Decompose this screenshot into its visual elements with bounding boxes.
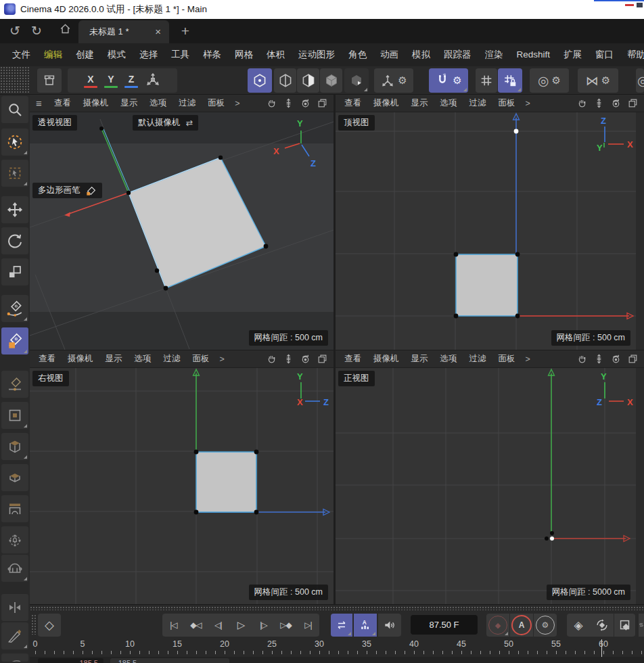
viewport-menu-item-4[interactable]: 过滤 <box>463 97 492 109</box>
range-start-field[interactable]: -185.5 <box>38 658 104 663</box>
autokey-toggle-button[interactable]: A <box>510 614 533 637</box>
zoom-icon[interactable] <box>283 353 294 365</box>
mode-model-button[interactable] <box>320 68 342 93</box>
rectangle-selection-tool-button[interactable] <box>1 160 28 187</box>
viewport-menu-item-1[interactable]: 摄像机 <box>77 97 115 109</box>
new-tab-button[interactable]: + <box>177 23 193 39</box>
next-key-button[interactable]: ▷◆ <box>275 614 297 637</box>
edge-pen-tool-button[interactable] <box>1 371 28 398</box>
previous-frame-button[interactable]: ◁| <box>207 614 229 637</box>
document-tab[interactable]: 未标题 1 * × <box>78 20 169 43</box>
rotate-tool-button[interactable] <box>1 227 28 254</box>
mode-points-button[interactable] <box>248 68 272 93</box>
viewport-menu-item-0[interactable]: 查看 <box>338 353 367 365</box>
menu-item-12[interactable]: 模拟 <box>405 43 437 66</box>
symmetry-gear-icon[interactable]: ⚙ <box>601 74 610 87</box>
magnet-cage-tool-button[interactable] <box>1 526 28 553</box>
axis-modify-group[interactable]: ⚙ <box>374 68 413 93</box>
viewport-menu-item-3[interactable]: 选项 <box>434 97 463 109</box>
key-rotation-button[interactable] <box>590 614 614 637</box>
viewport-menu-item-2[interactable]: 显示 <box>405 97 434 109</box>
viewport-perspective-canvas[interactable]: Y X Z 透视视图 默认摄像机 ⇄ 多边形画笔 网格间距 : 500 cm <box>30 112 334 350</box>
play-button[interactable]: ▷ <box>229 614 252 637</box>
camera-swap-icon[interactable]: ⇄ <box>186 118 193 128</box>
maximize-viewport-icon[interactable] <box>317 97 328 109</box>
clipped-anim-button[interactable] <box>639 614 644 637</box>
viewport-menu-item-2[interactable]: 显示 <box>114 97 143 109</box>
viewport-front-canvas[interactable]: Y Z X 正视图 网格间距 : 5000 cm <box>336 368 636 604</box>
viewport-menu-item-1[interactable]: 摄像机 <box>367 353 405 365</box>
viewport-menu-chevron[interactable]: > <box>522 355 534 364</box>
orbit-icon[interactable] <box>300 97 311 109</box>
axis-lock-x[interactable]: X <box>84 74 97 88</box>
menu-item-16[interactable]: 扩展 <box>557 43 589 66</box>
spline-pen-tool-button[interactable] <box>1 295 28 322</box>
sound-button[interactable] <box>378 614 401 637</box>
search-tool-button[interactable] <box>1 96 28 123</box>
record-keyframe-button[interactable]: ◆ <box>486 614 509 637</box>
timeline-ruler[interactable]: 05101520253035404550556065 <box>30 639 644 657</box>
menu-item-7[interactable]: 网格 <box>228 43 260 66</box>
knife-tool-button[interactable] <box>1 622 28 649</box>
viewport-menu-item-0[interactable]: 查看 <box>32 353 62 365</box>
undo-icon[interactable]: ↺ <box>7 23 23 39</box>
previous-key-button[interactable]: ◆◁ <box>185 614 207 637</box>
target-circles-icon[interactable]: ◎ <box>538 73 549 89</box>
pan-hand-icon[interactable] <box>576 353 588 365</box>
menu-item-1[interactable]: 编辑 <box>37 43 69 66</box>
pan-hand-icon[interactable] <box>266 353 277 365</box>
redo-icon[interactable]: ↻ <box>28 23 45 39</box>
snap-settings-gear-icon[interactable]: ⚙ <box>453 74 461 87</box>
zoom-icon[interactable] <box>593 353 605 365</box>
clipped-tool-button[interactable] <box>1 654 28 662</box>
mode-edges-button[interactable] <box>274 68 296 93</box>
menu-item-3[interactable]: 模式 <box>101 43 133 66</box>
right-panel-handle[interactable] <box>636 368 644 604</box>
home-icon[interactable] <box>57 22 73 39</box>
right-panel-handle[interactable] <box>636 112 644 350</box>
viewport-menu-item-3[interactable]: 选项 <box>143 97 172 109</box>
maximize-viewport-icon[interactable] <box>627 353 639 365</box>
extrude-inner-tool-button[interactable] <box>1 402 28 429</box>
zoom-icon[interactable] <box>283 97 294 109</box>
viewport-menu-item-4[interactable]: 过滤 <box>463 353 492 365</box>
bottombar-handle[interactable] <box>30 606 644 610</box>
viewport-menu-item-5[interactable]: 面板 <box>492 353 522 365</box>
content-browser-button[interactable] <box>37 68 62 93</box>
bevel-tool-button[interactable] <box>1 464 28 491</box>
goto-end-button[interactable]: ▷| <box>297 614 319 637</box>
viewport-menu-item-3[interactable]: 选项 <box>129 353 158 365</box>
viewport-menu-chevron[interactable]: > <box>216 355 229 364</box>
symmetry-butterfly-icon[interactable]: ⋈ <box>586 73 599 89</box>
orbit-icon[interactable] <box>610 97 622 109</box>
viewport-menu-item-2[interactable]: 显示 <box>99 353 129 365</box>
symmetry-group[interactable]: ⋈ ⚙ <box>578 68 618 93</box>
viewport-layout-menu-icon[interactable]: ≡ <box>30 97 48 109</box>
menu-item-17[interactable]: 窗口 <box>589 43 620 66</box>
keyframe-drag-handle[interactable] <box>31 614 36 635</box>
viewport-menu-item-5[interactable]: 面板 <box>187 353 216 365</box>
zoom-icon[interactable] <box>593 97 605 109</box>
maximize-viewport-icon[interactable] <box>627 97 639 109</box>
orbit-icon[interactable] <box>610 353 622 365</box>
menu-item-13[interactable]: 跟踪器 <box>437 43 478 66</box>
modeling-settings-group[interactable]: ◎ ⚙ <box>530 68 569 93</box>
viewport-menu-chevron[interactable]: > <box>231 99 244 108</box>
axis-lock-y[interactable]: Y <box>104 74 118 88</box>
viewport-menu-item-4[interactable]: 过滤 <box>172 97 202 109</box>
viewport-menu-item-1[interactable]: 摄像机 <box>62 353 99 365</box>
tab-close-icon[interactable]: × <box>155 20 161 43</box>
polygon-pen-tool-button[interactable] <box>1 327 28 355</box>
pan-hand-icon[interactable] <box>266 97 277 109</box>
menu-item-5[interactable]: 工具 <box>164 43 196 66</box>
viewport-menu-item-1[interactable]: 摄像机 <box>367 97 405 109</box>
menu-item-6[interactable]: 样条 <box>196 43 228 66</box>
menu-item-4[interactable]: 选择 <box>133 43 164 66</box>
menu-item-2[interactable]: 创建 <box>69 43 101 66</box>
grid-button[interactable] <box>476 68 497 93</box>
viewport-menu-item-4[interactable]: 过滤 <box>158 353 187 365</box>
menu-item-0[interactable]: 文件 <box>5 43 37 66</box>
world-axis-icon[interactable] <box>145 71 161 90</box>
menu-item-8[interactable]: 体积 <box>260 43 292 66</box>
camera-chip[interactable]: 默认摄像机 ⇄ <box>133 115 198 131</box>
